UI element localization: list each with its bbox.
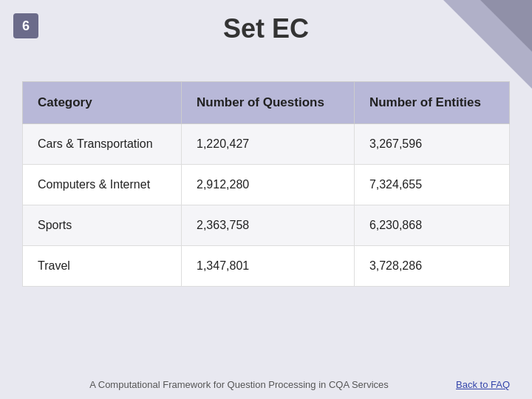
table-cell: 3,728,286 [354, 246, 509, 287]
table-cell: Travel [23, 246, 182, 287]
table-cell: 6,230,868 [354, 205, 509, 246]
table-header-row: Category Number of Questions Number of E… [23, 82, 510, 124]
footer: A Computational Framework for Question P… [0, 379, 532, 390]
table-row: Computers & Internet2,912,2807,324,655 [23, 165, 510, 205]
table-row: Travel1,347,8013,728,286 [23, 246, 510, 287]
table-cell: 3,267,596 [354, 124, 509, 165]
footer-citation: A Computational Framework for Question P… [22, 379, 456, 390]
col-header-entities: Number of Entities [354, 82, 509, 124]
table-cell: 1,220,427 [182, 124, 355, 165]
back-to-faq-link[interactable]: Back to FAQ [456, 379, 510, 390]
table-cell: 1,347,801 [182, 246, 355, 287]
table-row: Cars & Transportation1,220,4273,267,596 [23, 124, 510, 165]
table-cell: 2,363,758 [182, 205, 355, 246]
data-table: Category Number of Questions Number of E… [22, 81, 510, 287]
data-table-container: Category Number of Questions Number of E… [22, 81, 510, 287]
table-cell: Computers & Internet [23, 165, 182, 205]
table-row: Sports2,363,7586,230,868 [23, 205, 510, 246]
table-cell: 7,324,655 [354, 165, 509, 205]
table-cell: 2,912,280 [182, 165, 355, 205]
table-cell: Cars & Transportation [23, 124, 182, 165]
col-header-questions: Number of Questions [182, 82, 355, 124]
slide-title: Set EC [0, 13, 532, 44]
table-cell: Sports [23, 205, 182, 246]
col-header-category: Category [23, 82, 182, 124]
